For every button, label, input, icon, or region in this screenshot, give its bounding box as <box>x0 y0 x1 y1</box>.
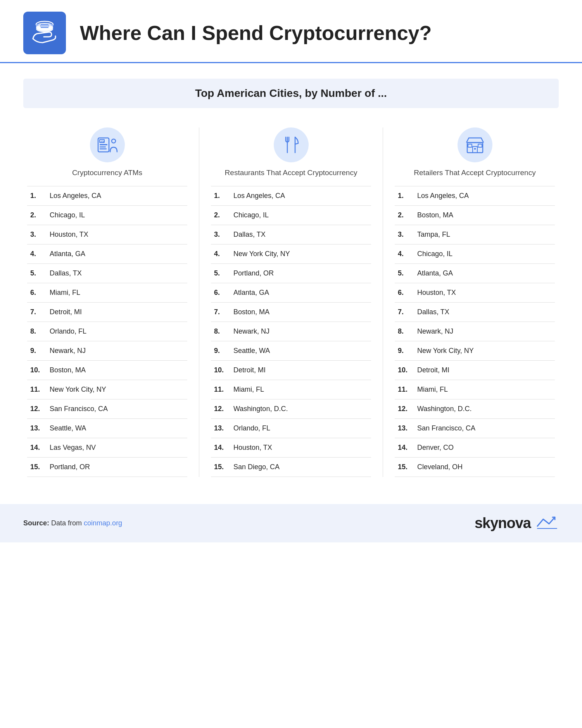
table-row: 15. Cleveland, OH <box>395 457 555 477</box>
rank-number: 15. <box>211 457 230 477</box>
table-row: 13. Seattle, WA <box>27 418 187 438</box>
source-link[interactable]: coinmap.org <box>84 519 122 527</box>
rank-number: 7. <box>27 302 47 322</box>
table-row: 4. Atlanta, GA <box>27 244 187 263</box>
footer-source: Source: Data from coinmap.org <box>23 519 122 527</box>
rank-number: 10. <box>395 360 414 380</box>
svg-text:ATM: ATM <box>100 140 104 143</box>
rank-number: 8. <box>27 322 47 341</box>
table-row: 8. Newark, NJ <box>211 322 371 341</box>
rank-number: 15. <box>27 457 47 477</box>
table-row: 8. Orlando, FL <box>27 322 187 341</box>
table-row: 10. Boston, MA <box>27 360 187 380</box>
rank-number: 7. <box>395 302 414 322</box>
atm-icon: ATM <box>97 135 117 155</box>
rank-city: Houston, TX <box>47 225 187 244</box>
table-row: 2. Boston, MA <box>395 205 555 225</box>
rank-city: Boston, MA <box>47 360 187 380</box>
rank-number: 9. <box>395 341 414 360</box>
rank-city: Miami, FL <box>230 380 371 399</box>
rank-city: Boston, MA <box>414 205 555 225</box>
rank-number: 6. <box>211 283 230 302</box>
table-row: 3. Dallas, TX <box>211 225 371 244</box>
rank-city: Detroit, MI <box>414 360 555 380</box>
retailers-column: Retailers That Accept Cryptocurrency 1. … <box>383 127 566 477</box>
table-row: 3. Tampa, FL <box>395 225 555 244</box>
rank-city: Newark, NJ <box>414 322 555 341</box>
rank-city: Denver, CO <box>414 438 555 457</box>
rank-city: Portland, OR <box>230 263 371 283</box>
subtitle-section: Top American Cities, by Number of ... <box>23 79 559 108</box>
rank-number: 14. <box>395 438 414 457</box>
rank-number: 11. <box>27 380 47 399</box>
rank-number: 3. <box>211 225 230 244</box>
rank-number: 8. <box>395 322 414 341</box>
table-row: 10. Detroit, MI <box>395 360 555 380</box>
rank-number: 6. <box>27 283 47 302</box>
rank-city: Miami, FL <box>47 283 187 302</box>
table-row: 13. Orlando, FL <box>211 418 371 438</box>
rank-number: 2. <box>27 205 47 225</box>
rank-number: 2. <box>395 205 414 225</box>
rank-city: Los Angeles, CA <box>47 186 187 205</box>
table-row: 2. Chicago, IL <box>211 205 371 225</box>
rank-city: Detroit, MI <box>47 302 187 322</box>
table-row: 5. Portland, OR <box>211 263 371 283</box>
atm-column: ATM Cryptocurrency ATMs 1. Los <box>16 127 199 477</box>
table-row: 9. Seattle, WA <box>211 341 371 360</box>
table-row: 14. Las Vegas, NV <box>27 438 187 457</box>
rank-city: Seattle, WA <box>230 341 371 360</box>
restaurants-rank-list: 1. Los Angeles, CA 2. Chicago, IL 3. Dal… <box>211 186 371 477</box>
table-row: 7. Dallas, TX <box>395 302 555 322</box>
rank-city: New York City, NY <box>47 380 187 399</box>
rank-city: Dallas, TX <box>47 263 187 283</box>
svg-point-14 <box>112 139 116 143</box>
rank-number: 13. <box>211 418 230 438</box>
page-title: Where Can I Spend Cryptocurrency? <box>80 21 432 45</box>
rank-city: Seattle, WA <box>47 418 187 438</box>
rank-city: Chicago, IL <box>47 205 187 225</box>
rank-number: 5. <box>27 263 47 283</box>
table-row: 11. Miami, FL <box>211 380 371 399</box>
rank-city: Atlanta, GA <box>47 244 187 263</box>
svg-point-4 <box>36 26 53 32</box>
subtitle-text: Top American Cities, by Number of ... <box>39 87 543 100</box>
atm-rank-list: 1. Los Angeles, CA 2. Chicago, IL 3. Hou… <box>27 186 187 477</box>
rank-number: 14. <box>211 438 230 457</box>
rank-number: 4. <box>211 244 230 263</box>
rank-number: 1. <box>211 186 230 205</box>
header-icon-box <box>23 12 66 54</box>
columns-wrapper: ATM Cryptocurrency ATMs 1. Los <box>16 127 566 477</box>
rank-number: 15. <box>395 457 414 477</box>
rank-number: 11. <box>395 380 414 399</box>
rank-number: 9. <box>27 341 47 360</box>
table-row: 5. Dallas, TX <box>27 263 187 283</box>
table-row: 15. Portland, OR <box>27 457 187 477</box>
rank-city: San Diego, CA <box>230 457 371 477</box>
table-row: 5. Atlanta, GA <box>395 263 555 283</box>
table-row: 15. San Diego, CA <box>211 457 371 477</box>
rank-city: Dallas, TX <box>414 302 555 322</box>
rank-number: 8. <box>211 322 230 341</box>
rank-city: Cleveland, OH <box>414 457 555 477</box>
restaurants-column-title: Restaurants That Accept Cryptocurrency <box>211 168 371 178</box>
rank-city: Los Angeles, CA <box>230 186 371 205</box>
table-row: 6. Miami, FL <box>27 283 187 302</box>
rank-number: 6. <box>395 283 414 302</box>
rank-city: Newark, NJ <box>230 322 371 341</box>
rank-number: 5. <box>211 263 230 283</box>
rank-city: Tampa, FL <box>414 225 555 244</box>
rank-city: Boston, MA <box>230 302 371 322</box>
svg-rect-23 <box>478 144 482 147</box>
footer-brand: skynova <box>475 515 559 532</box>
atm-column-title: Cryptocurrency ATMs <box>27 168 187 178</box>
main-content: ATM Cryptocurrency ATMs 1. Los <box>0 120 582 492</box>
rank-number: 14. <box>27 438 47 457</box>
restaurants-icon-circle <box>274 127 309 162</box>
atm-column-header: ATM Cryptocurrency ATMs <box>27 127 187 178</box>
rank-number: 7. <box>211 302 230 322</box>
rank-city: Portland, OR <box>47 457 187 477</box>
rank-city: San Francisco, CA <box>47 399 187 418</box>
table-row: 12. San Francisco, CA <box>27 399 187 418</box>
table-row: 6. Atlanta, GA <box>211 283 371 302</box>
